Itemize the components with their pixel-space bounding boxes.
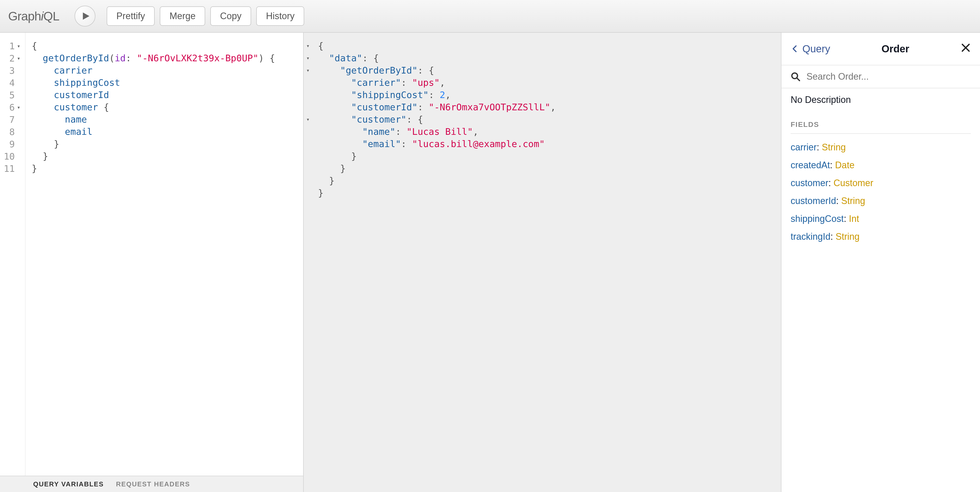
field-name[interactable]: shippingCost bbox=[791, 213, 844, 224]
docs-field: trackingId: String bbox=[791, 231, 971, 242]
docs-title: Order bbox=[881, 43, 909, 55]
result-json: { "data": { "getOrderById": { "carrier":… bbox=[310, 40, 775, 199]
editor-column: 1▾2▾3456▾7891011 { getOrderById(id: "-N6… bbox=[0, 33, 304, 492]
docs-field: createdAt: Date bbox=[791, 160, 971, 170]
docs-description: No Description bbox=[791, 94, 971, 105]
docs-field: carrier: String bbox=[791, 142, 971, 153]
close-icon bbox=[961, 43, 971, 53]
field-type[interactable]: String bbox=[822, 142, 846, 153]
field-name[interactable]: customer bbox=[791, 178, 829, 188]
docs-search-input[interactable] bbox=[807, 71, 971, 82]
docs-field: customer: Customer bbox=[791, 178, 971, 188]
field-type[interactable]: Customer bbox=[834, 178, 873, 188]
graphiql-app: GraphiQL Prettify Merge Copy History 1▾2… bbox=[0, 0, 980, 492]
field-type[interactable]: Int bbox=[849, 213, 859, 224]
toolbar: GraphiQL Prettify Merge Copy History bbox=[0, 0, 980, 33]
chevron-left-icon bbox=[791, 45, 799, 53]
field-name[interactable]: trackingId bbox=[791, 231, 830, 242]
docs-field: customerId: String bbox=[791, 196, 971, 206]
docs-close-button[interactable] bbox=[961, 43, 971, 55]
history-button[interactable]: History bbox=[256, 6, 304, 26]
merge-button[interactable]: Merge bbox=[160, 6, 205, 26]
docs-search bbox=[781, 65, 980, 88]
docs-field: shippingCost: Int bbox=[791, 213, 971, 224]
query-editor[interactable]: 1▾2▾3456▾7891011 { getOrderById(id: "-N6… bbox=[0, 33, 303, 476]
field-name[interactable]: createdAt bbox=[791, 160, 830, 170]
docs-section-title: Fields bbox=[791, 121, 971, 134]
docs-back-label: Query bbox=[802, 43, 830, 55]
docs-back-button[interactable]: Query bbox=[791, 43, 830, 55]
play-icon bbox=[81, 12, 90, 21]
query-code[interactable]: { getOrderById(id: "-N6rOvLXK2t39x-Bp0UP… bbox=[25, 33, 303, 476]
docs-header: Query Order bbox=[781, 33, 980, 65]
tab-request-headers[interactable]: Request Headers bbox=[116, 480, 190, 488]
docs-fields-list: carrier: StringcreatedAt: Datecustomer: … bbox=[791, 142, 971, 242]
tab-query-variables[interactable]: Query Variables bbox=[33, 480, 104, 488]
execute-button[interactable] bbox=[75, 6, 95, 27]
field-type[interactable]: String bbox=[835, 231, 859, 242]
result-fold-gutter: ▾▾▾▾ bbox=[306, 40, 310, 187]
logo: GraphiQL bbox=[8, 9, 59, 23]
result-pane[interactable]: ▾▾▾▾ { "data": { "getOrderById": { "carr… bbox=[304, 33, 781, 492]
bottom-tabs: Query Variables Request Headers bbox=[0, 476, 303, 492]
field-name[interactable]: customerId bbox=[791, 196, 836, 206]
field-type[interactable]: Date bbox=[835, 160, 854, 170]
search-icon bbox=[791, 72, 800, 81]
line-gutter: 1▾2▾3456▾7891011 bbox=[0, 33, 25, 476]
field-type[interactable]: String bbox=[841, 196, 865, 206]
field-name[interactable]: carrier bbox=[791, 142, 817, 153]
docs-body: No Description Fields carrier: Stringcre… bbox=[781, 88, 980, 255]
prettify-button[interactable]: Prettify bbox=[107, 6, 155, 26]
main-row: 1▾2▾3456▾7891011 { getOrderById(id: "-N6… bbox=[0, 33, 980, 492]
docs-panel: Query Order No Description Fields carrie… bbox=[781, 33, 980, 492]
copy-button[interactable]: Copy bbox=[210, 6, 251, 26]
